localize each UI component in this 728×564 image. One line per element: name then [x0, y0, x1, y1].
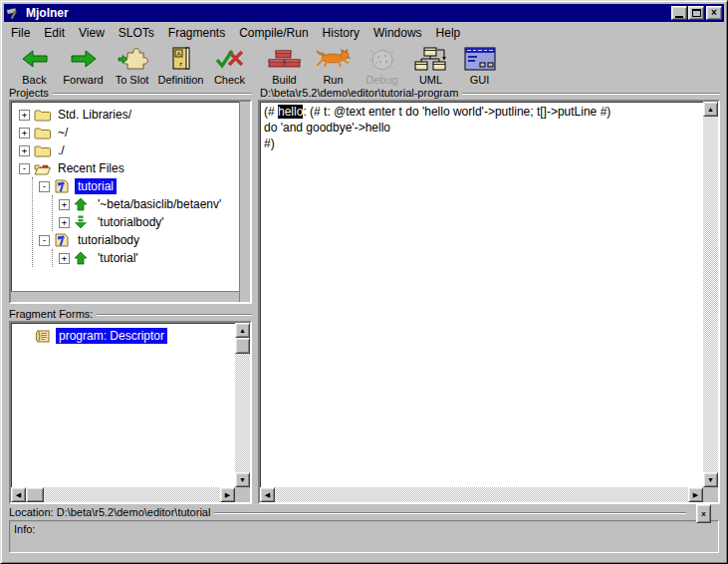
- green-down-arrow-icon: [74, 215, 92, 229]
- tree-item-tutorialbody[interactable]: - tutorialbody: [33, 231, 236, 249]
- projects-hscrollbar[interactable]: [11, 291, 239, 302]
- code-line-2[interactable]: do 'and goodbye'->hello: [264, 120, 701, 136]
- tree-item-label[interactable]: Std. Libraries/: [55, 107, 134, 123]
- selected-word[interactable]: hello: [278, 105, 303, 119]
- puzzle-slot-icon: [117, 44, 148, 74]
- tutorialbody-children: + 'tutorial': [52, 249, 236, 267]
- menu-fragments[interactable]: Fragments: [161, 25, 232, 41]
- scroll-left-icon[interactable]: ◀: [260, 487, 275, 502]
- tree-item-current-dir[interactable]: + ./: [13, 141, 236, 159]
- projects-tree: + Std. Libraries/ + ~/ + ./ - Re: [13, 106, 236, 288]
- info-label: Info:: [14, 523, 35, 535]
- back-button[interactable]: Back: [10, 42, 59, 86]
- editor-vscrollbar[interactable]: ▲ ▼: [703, 102, 718, 487]
- tree-item-label[interactable]: tutorialbody: [75, 232, 142, 248]
- menu-help[interactable]: Help: [429, 25, 468, 41]
- gui-button[interactable]: GUI: [455, 42, 504, 86]
- close-button[interactable]: ×: [706, 6, 722, 20]
- close-icon: ×: [711, 8, 717, 18]
- tree-item-label[interactable]: ~/: [55, 125, 71, 141]
- editor-hscrollbar[interactable]: ◀ ▶: [260, 487, 703, 502]
- tree-item-label[interactable]: Recent Files: [55, 160, 127, 176]
- code-line-1[interactable]: (# hello: (# t: @text enter t do 'hello …: [264, 104, 701, 120]
- fragment-form-item[interactable]: program: Descriptor: [13, 327, 234, 345]
- tree-item-label[interactable]: 'tutorialbody': [95, 214, 167, 230]
- gui-window-icon: [464, 44, 496, 74]
- tree-item-recent-files[interactable]: - Recent Files: [13, 159, 236, 177]
- info-close-button[interactable]: x: [696, 504, 711, 523]
- menu-view[interactable]: View: [72, 25, 112, 41]
- projects-vscrollbar[interactable]: [239, 102, 250, 302]
- scroll-up-icon[interactable]: ▲: [703, 102, 718, 117]
- scroll-up-icon[interactable]: ▲: [235, 323, 250, 338]
- menu-file[interactable]: File: [4, 25, 37, 41]
- fragment-forms-vscrollbar[interactable]: ▲ ▼: [235, 323, 250, 487]
- vscroll-thumb[interactable]: [235, 338, 250, 354]
- tutorial-children: + '~beta/basiclib/betaenv' + 'tutorialbo…: [52, 195, 236, 231]
- app-hammer-icon: [6, 7, 22, 20]
- tree-item-home[interactable]: + ~/: [13, 124, 236, 141]
- tree-item-tutorialbody-ref[interactable]: + 'tutorialbody': [53, 213, 236, 231]
- uml-diagram-icon: [413, 44, 449, 74]
- location-label: Location: D:\beta\r5.2\demo\editor\tutor…: [9, 506, 686, 518]
- fragment-form-label[interactable]: program: Descriptor: [56, 328, 167, 344]
- green-up-arrow-icon: [74, 251, 92, 265]
- bug-icon: [368, 44, 396, 74]
- projects-group-label: Projects: [9, 87, 252, 99]
- tree-item-label[interactable]: 'tutorial': [95, 250, 141, 266]
- tree-item-betaenv[interactable]: + '~beta/basiclib/betaenv': [53, 195, 236, 213]
- maximize-button[interactable]: [688, 6, 704, 20]
- fragment-forms-hscrollbar[interactable]: ◀ ▶: [11, 487, 235, 502]
- scroll-down-icon[interactable]: ▼: [235, 472, 250, 487]
- run-button[interactable]: Run: [309, 42, 358, 86]
- menu-compile-run[interactable]: Compile/Run: [232, 25, 315, 41]
- tree-item-label[interactable]: ./: [55, 142, 68, 158]
- to-slot-button[interactable]: To Slot: [108, 42, 156, 86]
- tree-item-label-selected[interactable]: tutorial: [75, 178, 117, 194]
- uml-button[interactable]: UML: [406, 42, 455, 86]
- expand-toggle[interactable]: -: [39, 235, 50, 246]
- expand-toggle[interactable]: +: [19, 145, 30, 156]
- menu-history[interactable]: History: [316, 25, 366, 41]
- folder-icon: [34, 108, 52, 122]
- check-button[interactable]: Check: [205, 42, 254, 86]
- scroll-left-icon[interactable]: ◀: [11, 487, 26, 502]
- menu-edit[interactable]: Edit: [37, 25, 72, 41]
- editor-text-area[interactable]: (# hello: (# t: @text enter t do 'hello …: [264, 104, 701, 485]
- expand-toggle[interactable]: +: [59, 253, 70, 264]
- book-icon: A z: [170, 44, 192, 74]
- definition-button[interactable]: A z Definition: [156, 42, 205, 86]
- editor-path-label: D:\beta\r5.2\demo\editor\tutorial-progra…: [260, 87, 720, 99]
- tree-item-label[interactable]: '~beta/basiclib/betaenv': [95, 196, 224, 212]
- editor-panel[interactable]: (# hello: (# t: @text enter t do 'hello …: [258, 100, 720, 504]
- menu-windows[interactable]: Windows: [366, 25, 429, 41]
- svg-text:A: A: [176, 51, 180, 57]
- minimize-button[interactable]: [671, 6, 687, 20]
- title-bar[interactable]: Mjolner ×: [4, 4, 724, 22]
- expand-toggle[interactable]: +: [59, 217, 70, 228]
- expand-toggle[interactable]: +: [19, 128, 30, 139]
- open-folder-icon: [34, 161, 52, 175]
- scroll-right-icon[interactable]: ▶: [220, 487, 235, 502]
- expand-toggle[interactable]: +: [19, 110, 30, 121]
- fragment-forms-panel[interactable]: program: Descriptor ▲ ▼ ◀ ▶: [9, 321, 252, 504]
- minimize-icon: [675, 16, 683, 18]
- projects-tree-panel[interactable]: + Std. Libraries/ + ~/ + ./ - Re: [9, 100, 252, 304]
- fragment-forms-group-label: Fragment Forms:: [9, 308, 252, 320]
- scroll-down-icon[interactable]: ▼: [703, 472, 718, 487]
- expand-toggle[interactable]: -: [19, 163, 30, 174]
- expand-toggle[interactable]: +: [59, 199, 70, 210]
- tree-item-tutorial-ref[interactable]: + 'tutorial': [53, 249, 236, 267]
- toolbar: Back Forward To Slot A z: [4, 42, 724, 88]
- build-button[interactable]: Build: [260, 42, 309, 86]
- scroll-right-icon[interactable]: ▶: [688, 487, 703, 502]
- menu-slots[interactable]: SLOTs: [112, 25, 161, 41]
- hscroll-thumb[interactable]: [26, 487, 44, 502]
- folder-icon: [34, 143, 52, 157]
- code-line-3[interactable]: #): [264, 136, 701, 151]
- tree-item-std-libraries[interactable]: + Std. Libraries/: [13, 106, 236, 124]
- maximize-icon: [692, 9, 701, 17]
- forward-button[interactable]: Forward: [59, 42, 108, 86]
- expand-toggle[interactable]: -: [39, 181, 50, 192]
- tree-item-tutorial[interactable]: - tutorial: [33, 177, 236, 195]
